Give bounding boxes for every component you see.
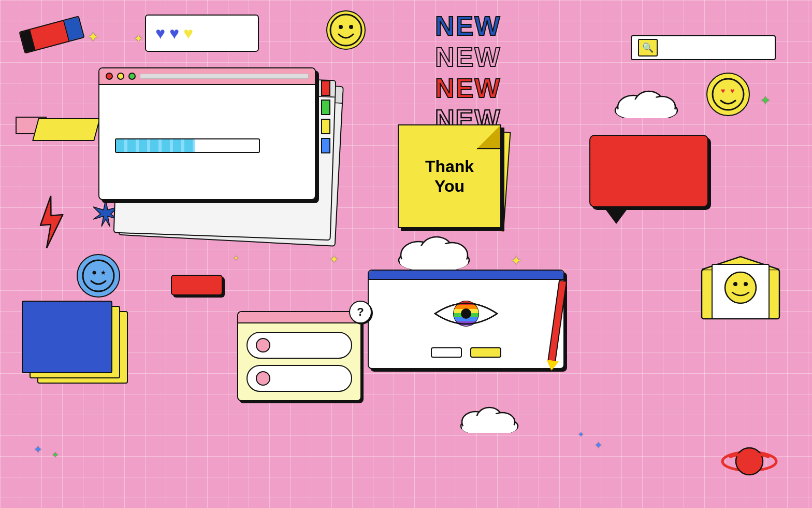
cloud-decoration-3	[456, 404, 523, 435]
smiley-love-eyes: ♥ ♥	[706, 73, 750, 116]
svg-point-17	[93, 271, 96, 275]
svg-point-51	[736, 448, 763, 475]
heart-blue-icon: ♥	[155, 24, 165, 43]
svg-point-48	[733, 282, 737, 286]
thank-you-text: ThankYou	[425, 157, 474, 196]
svg-text:♥: ♥	[730, 87, 734, 95]
browser-window-loading	[98, 67, 316, 200]
sparkle-blue-icon-1: ✦	[34, 443, 42, 456]
smiley-svg	[329, 13, 363, 47]
browser-content	[99, 85, 315, 199]
sparkle-blue-icon-2: ✦	[594, 440, 602, 451]
search-bar-top[interactable]: 🔍	[631, 35, 776, 60]
smiley-love-svg: ♥ ♥	[712, 78, 745, 111]
question-badge: ?	[349, 301, 372, 323]
lightning-icon	[33, 195, 68, 255]
thank-you-note: ThankYou	[398, 124, 501, 228]
heart-blue2-icon: ♥	[169, 24, 179, 43]
planet-svg	[721, 441, 778, 482]
svg-point-1	[339, 25, 343, 29]
yesno-title	[238, 312, 360, 323]
progress-bar-fill	[116, 139, 195, 152]
search-icon-box: 🔍	[638, 39, 658, 57]
svg-point-11	[713, 79, 744, 110]
sparkle-green-icon: ✦	[760, 93, 771, 108]
yellow-parallelogram	[32, 118, 100, 141]
svg-point-49	[744, 282, 748, 286]
tab-blue	[321, 138, 330, 153]
new-label-1: NEW	[435, 10, 501, 41]
search-button[interactable]	[171, 275, 223, 295]
yesno-option-yes[interactable]	[247, 332, 352, 359]
sparkle-icon-3: ✦	[329, 253, 339, 266]
sparkle-icon-1: ✦	[87, 29, 99, 46]
cloud-decoration-2	[393, 233, 475, 272]
smiley-star-svg: ★	[82, 259, 115, 292]
hearts-card: ♥ ♥ ♥	[145, 15, 259, 52]
svg-text:♥: ♥	[721, 87, 725, 95]
svg-point-2	[349, 25, 353, 29]
app-titlebar	[369, 271, 563, 280]
dot-green	[128, 73, 136, 80]
sparkle-icon-2: ✦	[134, 32, 143, 46]
cloud-decoration-1	[610, 87, 683, 120]
yesno-dialog[interactable]: ?	[237, 311, 361, 401]
svg-point-44	[490, 417, 513, 431]
envelope	[699, 254, 782, 323]
rainbow-eye	[432, 290, 500, 337]
heart-yellow-icon: ♥	[183, 24, 193, 43]
search-magnifier-icon: 🔍	[642, 42, 654, 53]
option-badge-b	[256, 371, 270, 386]
yesno-option-no[interactable]	[247, 365, 352, 392]
file-blue-main	[22, 301, 112, 373]
yesno-content	[238, 323, 360, 400]
app-window-eye[interactable]	[368, 270, 564, 369]
tab-green	[321, 100, 330, 115]
browser-titlebar	[99, 68, 315, 85]
svg-rect-30	[453, 305, 479, 309]
new-label-2: NEW	[435, 41, 501, 73]
sparkle-icon-4: ✦	[511, 253, 522, 269]
cancel-button[interactable]	[470, 347, 501, 358]
smiley-star: ★	[77, 254, 120, 298]
new-label-3: NEW	[435, 73, 501, 104]
ok-button[interactable]	[431, 347, 462, 358]
tab-red	[321, 80, 330, 96]
dot-yellow	[117, 73, 124, 80]
cloud-svg-3	[456, 404, 523, 433]
app-content	[369, 280, 563, 368]
eye-svg	[432, 290, 500, 337]
cloud-svg-2	[393, 233, 475, 270]
svg-point-26	[437, 247, 466, 267]
url-bar	[140, 74, 309, 79]
svg-point-36	[461, 308, 471, 319]
svg-point-0	[330, 15, 361, 46]
progress-bar	[115, 138, 260, 153]
svg-text:★: ★	[100, 269, 106, 276]
sparkle-icon-5: ✦	[233, 254, 239, 262]
hello-bubble	[589, 135, 708, 207]
tab-yellow	[321, 119, 330, 134]
envelope-svg	[699, 254, 782, 321]
planet	[721, 441, 778, 484]
cloud-svg-1	[610, 87, 683, 118]
smiley-happy	[326, 10, 366, 50]
sparkle-blue-small-1: ✦	[578, 430, 584, 439]
new-text-stack: NEW NEW NEW NEW	[435, 10, 501, 135]
option-badge-a	[256, 338, 270, 352]
lightning-svg	[33, 195, 68, 249]
svg-point-16	[83, 260, 114, 291]
sparkle-green-icon-2: ✦	[52, 450, 59, 460]
app-buttons	[431, 347, 501, 358]
file-stack	[22, 301, 136, 394]
dot-red	[106, 73, 113, 80]
svg-point-10	[648, 101, 673, 117]
svg-marker-14	[38, 195, 66, 249]
svg-point-47	[725, 272, 756, 303]
